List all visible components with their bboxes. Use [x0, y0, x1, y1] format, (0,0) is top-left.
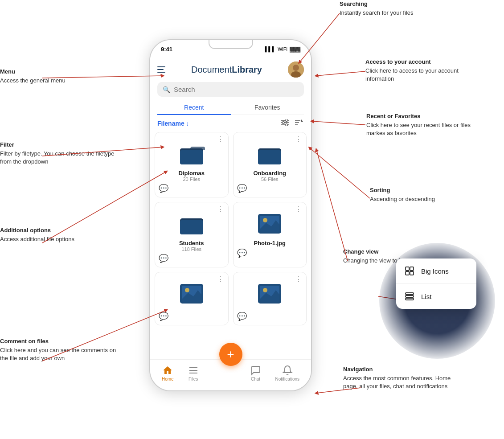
svg-line-2 [312, 121, 365, 125]
anno-additional-title: Additional options [0, 226, 74, 234]
svg-line-1 [316, 71, 365, 76]
svg-rect-41 [410, 271, 414, 275]
search-bar[interactable]: 🔍 [157, 82, 304, 97]
card-menu-button-photo1[interactable]: ⋮ [295, 205, 303, 213]
svg-rect-40 [406, 271, 409, 275]
file-name-photo1: Photo-1.jpg [237, 240, 303, 246]
folder-icon-students [159, 206, 225, 240]
file-card-img5: ⋮ 💬 [155, 272, 229, 325]
hamburger-menu-button[interactable] [157, 66, 165, 73]
svg-rect-38 [406, 267, 409, 271]
folder-icon-onboarding [237, 136, 303, 170]
svg-point-37 [263, 288, 267, 292]
annotation-recent: Recent or Favorites Click here to see yo… [366, 112, 487, 138]
card-menu-button-students[interactable]: ⋮ [217, 205, 225, 213]
phone-frame: 9:41 ▌▌▌ WiFi ▓▓▓ DocumentLibrary [149, 39, 312, 391]
filename-sort-label[interactable]: Filename ↓ [157, 120, 189, 127]
battery-icon: ▓▓▓ [290, 46, 300, 52]
image-icon-photo1 [237, 206, 303, 240]
anno-account-title: Access to your account [365, 58, 486, 66]
anno-navigation-title: Navigation [343, 365, 463, 373]
file-name-diplomas: Diplomas [159, 170, 225, 176]
annotation-navigation: Navigation Access the most common featur… [343, 365, 463, 391]
annotation-filter: Filter Filter by filetype. You can choos… [0, 141, 120, 166]
annotation-menu: Menu Access the general menu [0, 68, 66, 85]
sort-button[interactable] [294, 119, 304, 128]
nav-chat[interactable]: Chat [250, 365, 261, 382]
svg-line-3 [310, 148, 370, 198]
svg-point-31 [263, 218, 267, 222]
file-count-onboarding: 56 Files [237, 176, 303, 182]
image-icon-img5 [159, 276, 225, 310]
status-time: 9:41 [161, 46, 172, 53]
signal-icon: ▌▌▌ [265, 46, 275, 52]
search-icon: 🔍 [163, 86, 170, 93]
svg-rect-42 [406, 293, 414, 295]
status-icons: ▌▌▌ WiFi ▓▓▓ [265, 46, 300, 52]
search-input[interactable] [174, 86, 299, 93]
card-menu-button-img6[interactable]: ⋮ [295, 275, 303, 283]
app-header: DocumentLibrary [150, 58, 311, 80]
file-name-onboarding: Onboarding [237, 170, 303, 176]
nav-files[interactable]: Files [188, 365, 199, 382]
anno-recent-body: Click here to see your recent files or f… [366, 121, 487, 137]
nav-notifications[interactable]: Notifications [275, 365, 299, 382]
svg-point-12 [293, 65, 299, 71]
file-grid: ⋮ Diplomas 20 Files 💬 ⋮ [150, 132, 311, 325]
anno-filter-body: Filter by filetype. You can choose the f… [0, 150, 120, 166]
svg-rect-43 [406, 295, 414, 297]
image-icon-img6 [237, 276, 303, 310]
tab-favorites[interactable]: Favorites [231, 100, 304, 115]
annotation-searching: Searching Instantly search for your file… [340, 0, 413, 17]
popup-list-label: List [421, 293, 431, 300]
anno-additional-body: Access additional file options [0, 235, 74, 243]
anno-sorting-title: Sorting [370, 186, 435, 194]
status-bar: 9:41 ▌▌▌ WiFi ▓▓▓ [150, 40, 311, 58]
file-controls-row: Filename ↓ [150, 115, 311, 132]
svg-rect-24 [180, 150, 203, 164]
anno-searching-body: Instantly search for your files [340, 9, 413, 17]
anno-recent-title: Recent or Favorites [366, 112, 487, 120]
file-card-img6: ⋮ 💬 [233, 272, 307, 325]
card-menu-button-onboarding[interactable]: ⋮ [295, 135, 303, 144]
comment-button-onboarding[interactable]: 💬 [237, 184, 247, 193]
comment-button-students[interactable]: 💬 [159, 254, 168, 263]
tabs-bar: Recent Favorites [157, 100, 304, 115]
popup-list[interactable]: List [396, 284, 476, 309]
nav-home[interactable]: Home [162, 365, 174, 382]
annotation-account: Access to your account Click here to acc… [365, 58, 486, 83]
popup-big-icons-label: Big Icons [421, 267, 449, 275]
file-name-students: Students [159, 240, 225, 246]
annotation-comment: Comment on files Click here and you can … [0, 337, 120, 363]
svg-point-17 [286, 119, 288, 122]
tab-recent[interactable]: Recent [157, 100, 231, 115]
file-card-onboarding: ⋮ Onboarding 56 Files 💬 [233, 132, 307, 197]
notch [209, 40, 253, 49]
filter-sort-icons [280, 119, 304, 128]
anno-menu-title: Menu [0, 68, 66, 76]
filter-button[interactable] [280, 119, 290, 128]
annotation-sorting: Sorting Ascending or descending [370, 186, 435, 203]
anno-navigation-body: Access the most common features. Home pa… [343, 374, 463, 390]
view-popup-menu: Big Icons List [396, 258, 476, 309]
anno-comment-body: Click here and you can see the comments … [0, 346, 120, 362]
file-count-diplomas: 20 Files [159, 176, 225, 182]
user-avatar[interactable] [288, 62, 304, 78]
svg-rect-28 [180, 220, 203, 234]
comment-button-img5[interactable]: 💬 [159, 312, 168, 321]
comment-button-img6[interactable]: 💬 [237, 312, 247, 321]
svg-rect-26 [258, 150, 281, 164]
file-card-students: ⋮ Students 118 Files 💬 [155, 202, 229, 267]
card-menu-button-img5[interactable]: ⋮ [217, 275, 225, 283]
comment-button-photo1[interactable]: 💬 [237, 249, 247, 258]
annotation-additional: Additional options Access additional fil… [0, 226, 74, 243]
card-menu-button-diplomas[interactable]: ⋮ [217, 135, 225, 144]
fab-add-button[interactable]: + [219, 343, 242, 366]
app-title: DocumentLibrary [191, 65, 262, 75]
svg-point-34 [185, 288, 189, 292]
anno-searching-title: Searching [340, 0, 413, 8]
anno-comment-title: Comment on files [0, 337, 120, 345]
popup-big-icons[interactable]: Big Icons [396, 258, 476, 284]
comment-button-diplomas[interactable]: 💬 [159, 184, 168, 193]
svg-rect-44 [406, 298, 414, 300]
